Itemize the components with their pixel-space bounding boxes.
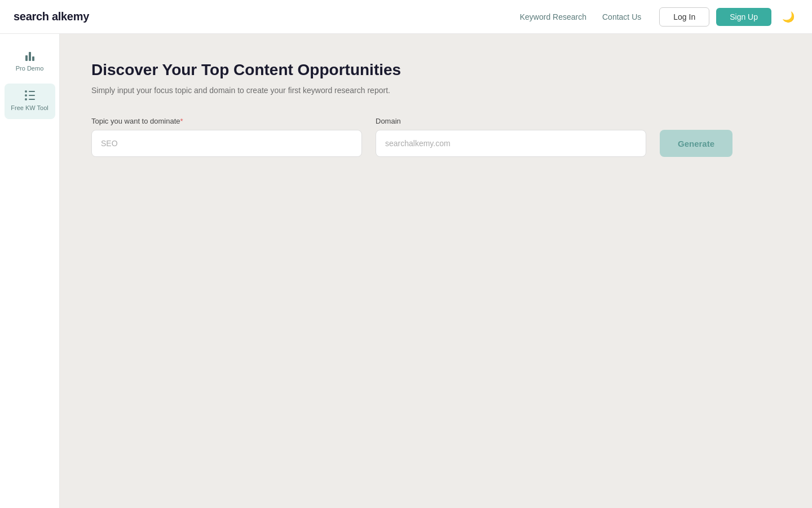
login-button[interactable]: Log In (659, 7, 709, 27)
generate-button[interactable]: Generate (660, 130, 732, 157)
list-icon-line-1 (29, 91, 35, 92)
sidebar-item-free-kw-tool[interactable]: Free KW Tool (5, 84, 55, 119)
topic-input[interactable] (91, 130, 362, 157)
topic-field: Topic you want to dominate* (91, 117, 362, 157)
sidebar-item-pro-demo-label: Pro Demo (16, 64, 44, 72)
list-icon-line-2 (29, 95, 35, 96)
domain-field: Domain (376, 117, 646, 157)
signup-button[interactable]: Sign Up (716, 8, 771, 26)
list-icon-dot-3 (25, 98, 27, 100)
navbar-buttons: Log In Sign Up 🌙 (659, 7, 798, 27)
nav-keyword-research[interactable]: Keyword Research (520, 12, 586, 21)
sidebar-item-pro-demo[interactable]: Pro Demo (5, 43, 55, 79)
list-icon-line-3 (29, 99, 35, 100)
navbar-links: Keyword Research Contact Us (520, 12, 642, 21)
main-content: Discover Your Top Content Opportunities … (60, 34, 812, 508)
list-icon-dot-2 (25, 94, 27, 97)
form-row: Topic you want to dominate* Domain Gener… (91, 117, 780, 157)
nav-contact-us[interactable]: Contact Us (602, 12, 641, 21)
list-icon-row-2 (25, 94, 35, 97)
list-icon (25, 90, 35, 100)
navbar: search alkemy Keyword Research Contact U… (0, 0, 812, 34)
app-logo: search alkemy (14, 10, 89, 23)
domain-label: Domain (376, 117, 646, 125)
domain-input[interactable] (376, 130, 646, 157)
list-icon-row-1 (25, 90, 35, 93)
page-subtitle: Simply input your focus topic and domain… (91, 85, 780, 97)
bar-chart-icon (25, 50, 34, 61)
list-icon-row-3 (25, 98, 35, 100)
list-icon-dot-1 (25, 90, 27, 93)
theme-toggle-button[interactable]: 🌙 (778, 7, 798, 27)
sidebar: Pro Demo Free KW Tool (0, 34, 60, 508)
page-title: Discover Your Top Content Opportunities (91, 61, 780, 79)
sidebar-item-free-kw-tool-label: Free KW Tool (11, 104, 48, 112)
app-layout: Pro Demo Free KW Tool Discover (0, 34, 812, 508)
navbar-right: Keyword Research Contact Us Log In Sign … (520, 7, 798, 27)
moon-icon: 🌙 (782, 11, 795, 23)
topic-required: * (180, 117, 183, 125)
topic-label: Topic you want to dominate* (91, 117, 362, 125)
